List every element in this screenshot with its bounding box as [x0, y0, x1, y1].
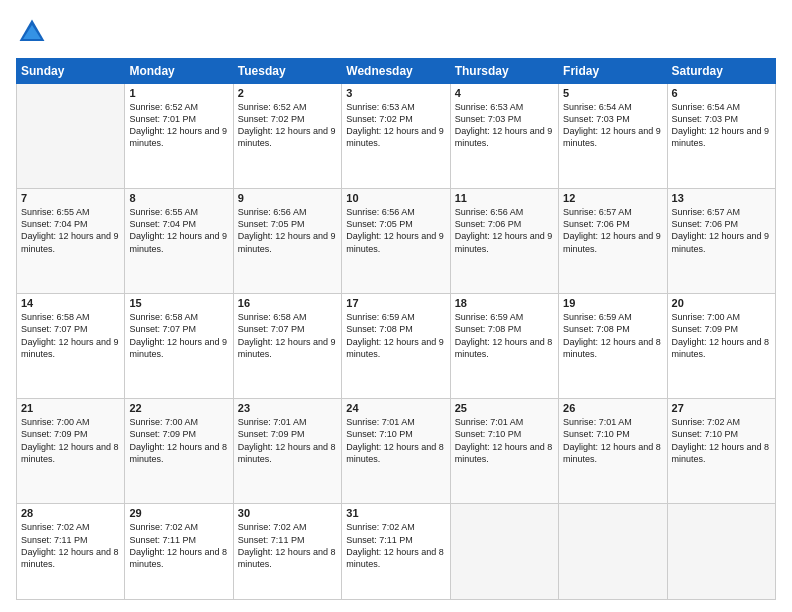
day-info: Sunrise: 7:01 AMSunset: 7:10 PMDaylight:…: [455, 416, 554, 465]
day-number: 12: [563, 192, 662, 204]
day-info: Sunrise: 6:54 AMSunset: 7:03 PMDaylight:…: [672, 101, 771, 150]
day-info: Sunrise: 7:00 AMSunset: 7:09 PMDaylight:…: [129, 416, 228, 465]
day-number: 14: [21, 297, 120, 309]
calendar-day-cell: 4Sunrise: 6:53 AMSunset: 7:03 PMDaylight…: [450, 84, 558, 189]
day-info: Sunrise: 6:52 AMSunset: 7:01 PMDaylight:…: [129, 101, 228, 150]
day-number: 27: [672, 402, 771, 414]
calendar-day-cell: 25Sunrise: 7:01 AMSunset: 7:10 PMDayligh…: [450, 399, 558, 504]
calendar-day-cell: 7Sunrise: 6:55 AMSunset: 7:04 PMDaylight…: [17, 189, 125, 294]
calendar-day-header: Thursday: [450, 59, 558, 84]
day-number: 31: [346, 507, 445, 519]
day-info: Sunrise: 6:53 AMSunset: 7:03 PMDaylight:…: [455, 101, 554, 150]
day-info: Sunrise: 6:58 AMSunset: 7:07 PMDaylight:…: [238, 311, 337, 360]
calendar-day-cell: 27Sunrise: 7:02 AMSunset: 7:10 PMDayligh…: [667, 399, 775, 504]
day-number: 24: [346, 402, 445, 414]
day-number: 15: [129, 297, 228, 309]
calendar-day-cell: 31Sunrise: 7:02 AMSunset: 7:11 PMDayligh…: [342, 504, 450, 600]
logo-icon: [16, 16, 48, 48]
calendar-day-header: Sunday: [17, 59, 125, 84]
logo: [16, 16, 52, 48]
day-number: 11: [455, 192, 554, 204]
day-info: Sunrise: 6:52 AMSunset: 7:02 PMDaylight:…: [238, 101, 337, 150]
day-number: 2: [238, 87, 337, 99]
calendar-day-cell: 22Sunrise: 7:00 AMSunset: 7:09 PMDayligh…: [125, 399, 233, 504]
calendar-day-cell: 13Sunrise: 6:57 AMSunset: 7:06 PMDayligh…: [667, 189, 775, 294]
calendar-day-cell: [17, 84, 125, 189]
calendar-day-cell: 21Sunrise: 7:00 AMSunset: 7:09 PMDayligh…: [17, 399, 125, 504]
calendar-table: SundayMondayTuesdayWednesdayThursdayFrid…: [16, 58, 776, 600]
day-info: Sunrise: 6:55 AMSunset: 7:04 PMDaylight:…: [21, 206, 120, 255]
calendar-day-cell: 8Sunrise: 6:55 AMSunset: 7:04 PMDaylight…: [125, 189, 233, 294]
header: [16, 16, 776, 48]
calendar-week-row: 1Sunrise: 6:52 AMSunset: 7:01 PMDaylight…: [17, 84, 776, 189]
day-number: 29: [129, 507, 228, 519]
day-info: Sunrise: 7:02 AMSunset: 7:11 PMDaylight:…: [21, 521, 120, 570]
page: SundayMondayTuesdayWednesdayThursdayFrid…: [0, 0, 792, 612]
calendar-week-row: 28Sunrise: 7:02 AMSunset: 7:11 PMDayligh…: [17, 504, 776, 600]
day-info: Sunrise: 6:59 AMSunset: 7:08 PMDaylight:…: [563, 311, 662, 360]
day-info: Sunrise: 7:02 AMSunset: 7:11 PMDaylight:…: [346, 521, 445, 570]
calendar-day-cell: [450, 504, 558, 600]
calendar-day-cell: 20Sunrise: 7:00 AMSunset: 7:09 PMDayligh…: [667, 294, 775, 399]
day-number: 25: [455, 402, 554, 414]
day-number: 21: [21, 402, 120, 414]
day-number: 13: [672, 192, 771, 204]
day-number: 19: [563, 297, 662, 309]
calendar-day-cell: 14Sunrise: 6:58 AMSunset: 7:07 PMDayligh…: [17, 294, 125, 399]
day-info: Sunrise: 7:00 AMSunset: 7:09 PMDaylight:…: [21, 416, 120, 465]
day-info: Sunrise: 6:54 AMSunset: 7:03 PMDaylight:…: [563, 101, 662, 150]
calendar-day-cell: 15Sunrise: 6:58 AMSunset: 7:07 PMDayligh…: [125, 294, 233, 399]
day-number: 22: [129, 402, 228, 414]
day-number: 1: [129, 87, 228, 99]
day-number: 8: [129, 192, 228, 204]
calendar-day-cell: 26Sunrise: 7:01 AMSunset: 7:10 PMDayligh…: [559, 399, 667, 504]
day-info: Sunrise: 7:02 AMSunset: 7:11 PMDaylight:…: [238, 521, 337, 570]
day-info: Sunrise: 6:57 AMSunset: 7:06 PMDaylight:…: [672, 206, 771, 255]
day-info: Sunrise: 6:56 AMSunset: 7:05 PMDaylight:…: [238, 206, 337, 255]
calendar-day-cell: 10Sunrise: 6:56 AMSunset: 7:05 PMDayligh…: [342, 189, 450, 294]
day-number: 23: [238, 402, 337, 414]
day-info: Sunrise: 6:58 AMSunset: 7:07 PMDaylight:…: [21, 311, 120, 360]
day-number: 18: [455, 297, 554, 309]
day-info: Sunrise: 6:56 AMSunset: 7:05 PMDaylight:…: [346, 206, 445, 255]
day-number: 17: [346, 297, 445, 309]
day-number: 3: [346, 87, 445, 99]
calendar-day-header: Friday: [559, 59, 667, 84]
day-number: 28: [21, 507, 120, 519]
calendar-day-header: Wednesday: [342, 59, 450, 84]
calendar-day-cell: 16Sunrise: 6:58 AMSunset: 7:07 PMDayligh…: [233, 294, 341, 399]
day-info: Sunrise: 6:56 AMSunset: 7:06 PMDaylight:…: [455, 206, 554, 255]
day-info: Sunrise: 6:57 AMSunset: 7:06 PMDaylight:…: [563, 206, 662, 255]
day-number: 20: [672, 297, 771, 309]
calendar-day-cell: 12Sunrise: 6:57 AMSunset: 7:06 PMDayligh…: [559, 189, 667, 294]
day-number: 9: [238, 192, 337, 204]
day-info: Sunrise: 6:59 AMSunset: 7:08 PMDaylight:…: [455, 311, 554, 360]
calendar-day-cell: 19Sunrise: 6:59 AMSunset: 7:08 PMDayligh…: [559, 294, 667, 399]
day-info: Sunrise: 6:53 AMSunset: 7:02 PMDaylight:…: [346, 101, 445, 150]
calendar-day-cell: 28Sunrise: 7:02 AMSunset: 7:11 PMDayligh…: [17, 504, 125, 600]
day-info: Sunrise: 7:02 AMSunset: 7:10 PMDaylight:…: [672, 416, 771, 465]
calendar-day-cell: 1Sunrise: 6:52 AMSunset: 7:01 PMDaylight…: [125, 84, 233, 189]
day-number: 4: [455, 87, 554, 99]
day-info: Sunrise: 6:59 AMSunset: 7:08 PMDaylight:…: [346, 311, 445, 360]
day-number: 26: [563, 402, 662, 414]
day-number: 5: [563, 87, 662, 99]
day-info: Sunrise: 6:55 AMSunset: 7:04 PMDaylight:…: [129, 206, 228, 255]
calendar-day-header: Tuesday: [233, 59, 341, 84]
calendar-day-cell: 18Sunrise: 6:59 AMSunset: 7:08 PMDayligh…: [450, 294, 558, 399]
calendar-day-cell: 17Sunrise: 6:59 AMSunset: 7:08 PMDayligh…: [342, 294, 450, 399]
day-info: Sunrise: 6:58 AMSunset: 7:07 PMDaylight:…: [129, 311, 228, 360]
calendar-day-cell: [667, 504, 775, 600]
calendar-day-header: Saturday: [667, 59, 775, 84]
calendar-day-cell: [559, 504, 667, 600]
calendar-day-cell: 6Sunrise: 6:54 AMSunset: 7:03 PMDaylight…: [667, 84, 775, 189]
calendar-day-cell: 24Sunrise: 7:01 AMSunset: 7:10 PMDayligh…: [342, 399, 450, 504]
day-info: Sunrise: 7:02 AMSunset: 7:11 PMDaylight:…: [129, 521, 228, 570]
day-number: 10: [346, 192, 445, 204]
day-info: Sunrise: 7:00 AMSunset: 7:09 PMDaylight:…: [672, 311, 771, 360]
calendar-header-row: SundayMondayTuesdayWednesdayThursdayFrid…: [17, 59, 776, 84]
day-number: 6: [672, 87, 771, 99]
calendar-day-cell: 5Sunrise: 6:54 AMSunset: 7:03 PMDaylight…: [559, 84, 667, 189]
calendar-week-row: 7Sunrise: 6:55 AMSunset: 7:04 PMDaylight…: [17, 189, 776, 294]
calendar-day-header: Monday: [125, 59, 233, 84]
